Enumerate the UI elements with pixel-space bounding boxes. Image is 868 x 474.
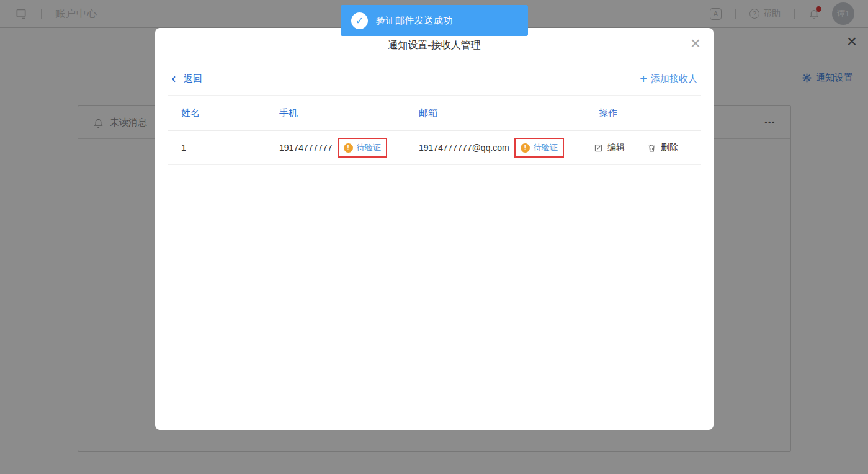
edit-label: 编辑 bbox=[607, 142, 625, 153]
table-row: 1 19174777777 ! 待验证 19174777777@qq.com !… bbox=[168, 131, 701, 165]
recipient-phone: 19174777777 bbox=[279, 143, 333, 153]
warning-icon: ! bbox=[521, 143, 530, 153]
header-email: 邮箱 bbox=[405, 107, 585, 119]
plus-icon: + bbox=[640, 73, 647, 85]
modal-toolbar: 返回 + 添加接收人 bbox=[168, 63, 701, 96]
recipient-email: 19174777777@qq.com bbox=[419, 143, 509, 153]
phone-status-label[interactable]: 待验证 bbox=[357, 142, 381, 153]
modal-body: 返回 + 添加接收人 姓名 手机 邮箱 操作 1 19174777777 bbox=[155, 63, 714, 165]
email-status-label[interactable]: 待验证 bbox=[534, 142, 558, 153]
add-recipient-button[interactable]: + 添加接收人 bbox=[640, 73, 697, 85]
delete-label: 删除 bbox=[661, 142, 678, 153]
success-toast: ✓ 验证邮件发送成功 bbox=[341, 5, 528, 36]
close-icon[interactable]: × bbox=[691, 35, 700, 52]
edit-button[interactable]: 编辑 bbox=[594, 142, 625, 153]
recipient-actions-cell: 编辑 删除 bbox=[585, 142, 701, 153]
toast-message: 验证邮件发送成功 bbox=[376, 15, 453, 27]
trash-icon bbox=[647, 143, 656, 153]
recipient-phone-cell: 19174777777 ! 待验证 bbox=[266, 138, 405, 158]
recipient-name: 1 bbox=[168, 143, 266, 153]
email-pending-badge: ! 待验证 bbox=[514, 138, 564, 158]
header-name: 姓名 bbox=[168, 107, 266, 119]
success-check-icon: ✓ bbox=[351, 12, 368, 29]
warning-icon: ! bbox=[344, 143, 353, 153]
back-label: 返回 bbox=[184, 73, 202, 85]
table-header-row: 姓名 手机 邮箱 操作 bbox=[168, 96, 701, 131]
header-actions: 操作 bbox=[585, 107, 701, 119]
recipient-email-cell: 19174777777@qq.com ! 待验证 bbox=[405, 138, 585, 158]
back-button[interactable]: 返回 bbox=[170, 73, 202, 85]
chevron-left-icon bbox=[170, 75, 178, 83]
modal-title: 通知设置-接收人管理 bbox=[388, 39, 480, 52]
screen: 账户中心 A ? 帮助 谭1 × bbox=[0, 0, 868, 474]
recipient-table: 姓名 手机 邮箱 操作 1 19174777777 ! 待验证 bbox=[168, 96, 701, 165]
header-phone: 手机 bbox=[266, 107, 405, 119]
delete-button[interactable]: 删除 bbox=[647, 142, 678, 153]
phone-pending-badge: ! 待验证 bbox=[338, 138, 387, 158]
edit-icon bbox=[594, 143, 603, 153]
recipient-management-modal: 通知设置-接收人管理 × 返回 + 添加接收人 bbox=[155, 28, 714, 430]
add-recipient-label: 添加接收人 bbox=[651, 73, 697, 85]
